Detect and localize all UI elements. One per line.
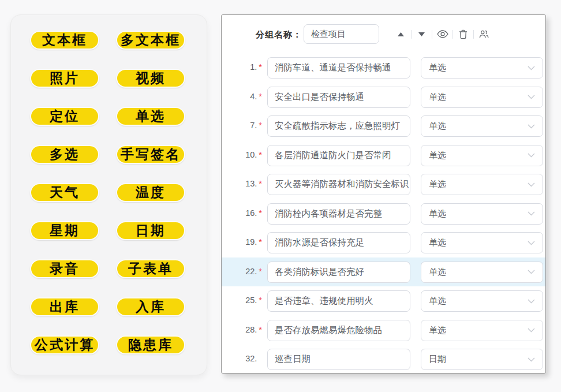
item-type-value: 单选 [429,150,446,161]
form-item-row: 28.* 是否存放易燃易爆危险物品 单选 [222,316,545,345]
item-number: 7.* [226,121,262,130]
field-type-button[interactable]: 单选 [116,107,185,126]
required-asterisk: * [259,267,262,276]
field-type-button[interactable]: 录音 [30,259,99,278]
chevron-down-icon [528,153,535,158]
item-type-select[interactable]: 单选 [421,87,543,108]
item-type-value: 单选 [429,92,446,103]
item-label-input[interactable]: 巡查日期 [267,349,410,370]
field-type-button[interactable]: 星期 [30,221,99,240]
item-type-select[interactable]: 单选 [421,232,543,253]
field-type-button[interactable]: 手写签名 [116,145,185,164]
item-type-value: 单选 [429,179,446,190]
chevron-down-icon [528,66,535,70]
item-number: 28.* [226,325,262,334]
group-toolbar [394,27,491,42]
field-type-button[interactable]: 照片 [30,69,99,88]
field-type-button[interactable]: 定位 [30,107,99,126]
users-icon [479,29,489,39]
item-type-select[interactable]: 单选 [421,290,543,312]
form-item-row: 10.* 各层消防通道防火门是否常闭 单选 [222,141,545,170]
item-type-select[interactable]: 单选 [421,203,543,225]
chevron-down-icon [528,357,535,362]
assign-members-button[interactable] [477,27,491,42]
required-asterisk: * [259,62,262,72]
item-label-input[interactable]: 消防栓内各项器材是否完整 [267,203,410,225]
item-label-text: 各层消防通道防火门是否常闭 [275,150,391,162]
item-label-input[interactable]: 灭火器等消防器材和消防安全标识 [267,174,410,195]
group-name-input[interactable]: 检查项目 [304,24,379,44]
form-item-row: 7.* 安全疏散指示标志，应急照明灯 单选 [222,111,545,141]
field-type-button[interactable]: 隐患库 [116,335,185,354]
form-item-row: 19.* 消防水源是否保持充足 单选 [222,228,545,257]
item-label-text: 灭火器等消防器材和消防安全标识 [275,178,409,191]
preview-group-button[interactable] [436,27,449,42]
field-type-button[interactable]: 日期 [116,221,185,240]
required-asterisk: * [259,237,262,247]
item-type-select[interactable]: 单选 [421,57,543,79]
item-label-input[interactable]: 消防水源是否保持充足 [267,232,410,253]
item-type-select[interactable]: 单选 [421,174,543,195]
item-label-input[interactable]: 各层消防通道防火门是否常闭 [267,145,410,166]
field-type-button[interactable]: 出库 [30,297,99,316]
field-type-button[interactable]: 天气 [30,183,99,202]
move-group-up-button[interactable] [394,27,407,42]
field-type-button[interactable]: 温度 [116,183,185,202]
item-type-value: 单选 [429,121,446,132]
form-item-row: 4.* 安全出口是否保持畅通 单选 [222,83,545,112]
required-asterisk: * [259,296,262,305]
field-type-button[interactable]: 公式计算 [30,335,99,354]
item-type-value: 单选 [429,237,446,248]
item-number: 32.* [226,354,262,363]
required-asterisk: * [259,179,262,188]
chevron-down-icon [528,124,535,129]
item-label-text: 消防水源是否保持充足 [275,237,364,249]
item-label-text: 是否存放易燃易爆危险物品 [275,324,382,337]
item-type-value: 单选 [429,208,446,219]
item-number-value: 10. [245,150,257,159]
form-item-row: 1.* 消防车道、通道是否保持畅通 单选 [222,53,545,83]
form-item-row: 13.* 灭火器等消防器材和消防安全标识 单选 [222,170,545,199]
caret-up-icon [398,32,404,36]
move-group-down-button[interactable] [415,27,428,42]
item-label-input[interactable]: 安全出口是否保持畅通 [267,87,410,108]
item-number: 25.* [226,296,262,305]
field-type-button[interactable]: 多文本框 [116,31,185,50]
item-label-input[interactable]: 是否存放易燃易爆危险物品 [267,320,410,341]
item-number: 19.* [226,237,262,247]
chevron-down-icon [528,95,535,99]
item-type-select[interactable]: 单选 [421,115,543,137]
item-number-value: 28. [245,325,257,334]
item-label-input[interactable]: 各类消防标识是否完好 [267,262,410,283]
field-type-button[interactable]: 视频 [116,69,185,88]
item-label-input[interactable]: 消防车道、通道是否保持畅通 [267,57,410,79]
item-type-value: 单选 [429,296,446,307]
field-type-button[interactable]: 文本框 [30,31,99,50]
trash-icon [459,29,468,39]
item-type-select[interactable]: 单选 [421,320,543,341]
chevron-down-icon [528,182,535,187]
required-asterisk: * [259,92,262,101]
item-type-select[interactable]: 单选 [421,145,543,166]
toolbar-divider [473,30,474,39]
required-asterisk: * [259,121,262,130]
item-label-input[interactable]: 安全疏散指示标志，应急照明灯 [267,115,410,137]
required-asterisk: * [259,150,262,159]
item-label-input[interactable]: 是否违章、违规使用明火 [267,290,410,312]
delete-group-button[interactable] [457,27,470,42]
form-item-row: 22.* 各类消防标识是否完好 单选 [222,257,545,287]
item-type-select[interactable]: 单选 [421,262,543,283]
field-type-palette-panel: 文本框 多文本框 照片 视频 定位 单选 多选 手写签名 天气 温度 星期 日期… [10,14,207,375]
field-type-button[interactable]: 入库 [116,297,185,316]
chevron-down-icon [528,241,535,245]
item-number-value: 25. [245,296,257,305]
item-label-text: 安全疏散指示标志，应急照明灯 [275,120,400,132]
item-number: 16.* [226,208,262,218]
item-number-value: 19. [245,237,257,247]
item-type-select[interactable]: 日期 [421,349,543,370]
group-name-value: 检查项目 [311,29,346,40]
field-type-button[interactable]: 子表单 [116,259,185,278]
chevron-down-icon [528,299,535,304]
eye-icon [437,30,448,38]
field-type-button[interactable]: 多选 [30,145,99,164]
